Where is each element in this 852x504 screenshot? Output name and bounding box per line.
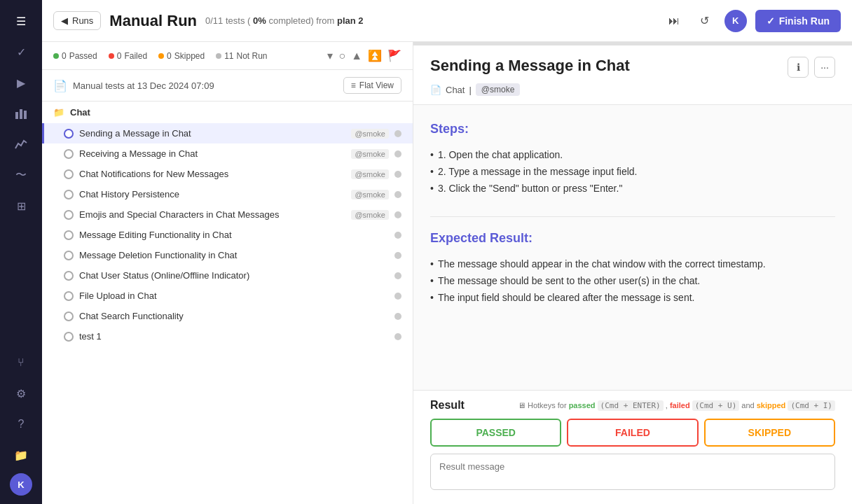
breadcrumb-icon: 📄: [430, 85, 441, 95]
test-run-status: [394, 252, 401, 259]
test-item-name: Chat History Persistence: [79, 189, 345, 200]
not-run-dot: [216, 53, 221, 59]
test-item-name: File Upload in Chat: [79, 290, 389, 301]
fast-forward-icon[interactable]: ⏭: [663, 10, 685, 32]
test-item-name: Chat Search Functionality: [79, 311, 389, 321]
test-list-item[interactable]: Sending a Message in Chat@smoke: [42, 123, 413, 144]
test-detail-title: Sending a Message in Chat: [430, 57, 630, 75]
failed-hotkey-label: failed: [670, 401, 690, 410]
failed-button[interactable]: FAILED: [567, 419, 698, 447]
test-run-status: [394, 293, 401, 300]
test-status-circle: [64, 251, 74, 260]
grid-icon[interactable]: ⊞: [8, 193, 34, 218]
chevron-up-icon[interactable]: ▲: [351, 50, 362, 62]
test-list-item[interactable]: Message Deletion Functionality in Chat: [42, 245, 413, 265]
svg-rect-1: [20, 109, 22, 119]
test-run-status: [394, 211, 401, 218]
test-status-circle: [64, 271, 74, 281]
step-item: 2. Type a message in the message input f…: [430, 163, 835, 180]
flat-view-button[interactable]: ≡ Flat View: [343, 77, 401, 94]
checkmark-icon: ✓: [767, 15, 775, 27]
test-status-circle: [64, 291, 74, 301]
section-header: 📁 Chat: [42, 102, 413, 123]
test-list-item[interactable]: Message Editing Functionality in Chat: [42, 225, 413, 245]
test-item-tag: @smoke: [351, 169, 389, 179]
filter-dropdown-icon[interactable]: ▾: [327, 49, 333, 62]
finish-run-button[interactable]: ✓ Finish Run: [755, 10, 841, 32]
branch-icon[interactable]: ⑂: [8, 350, 34, 375]
chevron-left-icon: ◀: [61, 15, 68, 26]
test-item-name: Chat Notifications for New Messages: [79, 169, 345, 179]
test-status-circle: [64, 210, 74, 220]
expected-item: The message should appear in the chat wi…: [430, 255, 835, 272]
test-list-title: Manual tests at 13 Dec 2024 07:09: [73, 80, 338, 91]
passed-dot: [53, 53, 59, 59]
test-status-circle: [64, 149, 74, 159]
test-list: Sending a Message in Chat@smokeReceiving…: [42, 123, 413, 504]
test-list-item[interactable]: Emojis and Special Characters in Chat Me…: [42, 204, 413, 225]
double-up-icon[interactable]: ⏫: [368, 49, 382, 62]
user-avatar-topbar[interactable]: K: [724, 10, 747, 32]
expected-title: Expected Result:: [430, 231, 835, 246]
refresh-icon[interactable]: ↺: [694, 10, 716, 32]
run-progress-subtitle: 0/11 tests ( 0% completed) from plan 2: [205, 15, 364, 26]
result-message-input[interactable]: [430, 454, 835, 490]
check-icon[interactable]: ✓: [8, 39, 34, 64]
test-status-circle: [64, 129, 74, 139]
test-list-item[interactable]: test 1: [42, 326, 413, 346]
test-item-name: Receiving a Message in Chat: [79, 148, 345, 159]
folder-icon[interactable]: 📁: [8, 442, 34, 468]
passed-hotkey-label: passed: [569, 401, 596, 410]
step-item: 1. Open the chat application.: [430, 146, 835, 163]
test-list-item[interactable]: Chat Notifications for New Messages@smok…: [42, 164, 413, 184]
passed-status: 0 Passed: [53, 51, 97, 61]
settings-icon[interactable]: ⚙: [8, 381, 34, 406]
hamburger-icon[interactable]: ☰: [8, 8, 34, 34]
steps-section: Steps: 1. Open the chat application.2. T…: [430, 122, 835, 197]
reset-icon[interactable]: ○: [338, 50, 345, 62]
test-detail-actions: ℹ ···: [788, 57, 835, 78]
help-icon[interactable]: ?: [8, 412, 34, 437]
user-avatar-nav[interactable]: K: [10, 473, 32, 496]
test-item-tag: @smoke: [351, 129, 389, 139]
test-list-item[interactable]: Receiving a Message in Chat@smoke: [42, 144, 413, 164]
left-nav: ☰ ✓ ▶ 〜 ⊞ ⑂ ⚙ ? 📁 K: [0, 0, 42, 504]
test-list-item[interactable]: Chat User Status (Online/Offline Indicat…: [42, 265, 413, 286]
skipped-status: 0 Skipped: [158, 51, 205, 61]
test-run-status: [394, 313, 401, 320]
result-section: Result 🖥 Hotkeys for passed (Cmd + ENTER…: [413, 390, 852, 504]
skipped-hotkey-label: skipped: [757, 401, 786, 410]
test-list-item[interactable]: File Upload in Chat: [42, 286, 413, 306]
svg-rect-2: [24, 111, 27, 119]
flag-icon[interactable]: 🚩: [387, 49, 401, 62]
test-list-item[interactable]: Chat History Persistence@smoke: [42, 184, 413, 204]
result-buttons: PASSED FAILED SKIPPED: [430, 419, 835, 447]
info-button[interactable]: ℹ: [788, 57, 809, 78]
test-item-tag: @smoke: [351, 210, 389, 220]
hotkeys-text: 🖥 Hotkeys for passed (Cmd + ENTER) , fai…: [518, 401, 835, 410]
left-panel: 0 Passed 0 Failed 0 Skipped 11 Not Run: [42, 42, 413, 504]
wave-icon[interactable]: 〜: [8, 162, 34, 188]
page-title: Manual Run: [109, 12, 197, 30]
test-item-name: Message Deletion Functionality in Chat: [79, 250, 389, 260]
passed-button[interactable]: PASSED: [430, 419, 561, 447]
failed-status: 0 Failed: [109, 51, 147, 61]
skipped-button[interactable]: SKIPPED: [704, 419, 835, 447]
test-list-item[interactable]: Chat Search Functionality: [42, 306, 413, 326]
test-status-circle: [64, 169, 74, 179]
test-detail-content: Steps: 1. Open the chat application.2. T…: [413, 105, 852, 390]
line-chart-icon[interactable]: [8, 132, 34, 157]
runs-button[interactable]: ◀ Runs: [53, 11, 101, 30]
more-options-button[interactable]: ···: [814, 57, 835, 78]
test-status-circle: [64, 190, 74, 200]
svg-rect-0: [15, 112, 18, 119]
test-status-circle: [64, 332, 74, 342]
chart-bar-icon[interactable]: [8, 101, 34, 126]
test-item-name: Emojis and Special Characters in Chat Me…: [79, 209, 345, 220]
test-status-circle: [64, 230, 74, 240]
play-icon[interactable]: ▶: [8, 70, 34, 95]
not-run-status: 11 Not Run: [216, 51, 267, 61]
file-icon: 📄: [53, 79, 67, 92]
topbar: ◀ Runs Manual Run 0/11 tests ( 0% comple…: [42, 0, 852, 42]
test-run-status: [394, 232, 401, 239]
